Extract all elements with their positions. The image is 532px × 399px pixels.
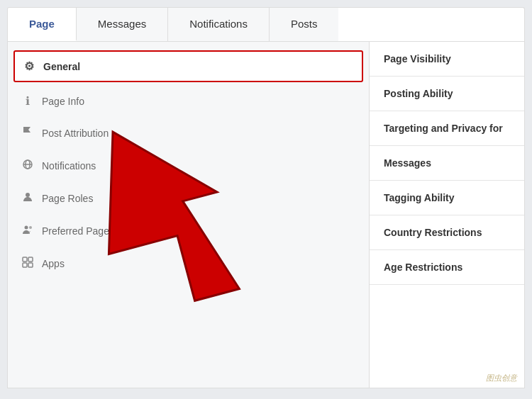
gear-icon: ⚙ <box>22 60 36 73</box>
sidebar-item-apps[interactable]: Apps <box>8 247 369 280</box>
right-panel: Page Visibility Posting Ability Targetin… <box>370 42 524 388</box>
main-content: ⚙ General ℹ Page Info Post Attribution <box>7 41 525 388</box>
svg-rect-8 <box>23 263 27 267</box>
tab-posts[interactable]: Posts <box>270 8 339 41</box>
right-item-country-restrictions[interactable]: Country Restrictions <box>370 215 524 250</box>
sidebar-item-notifications[interactable]: Notifications <box>8 150 369 182</box>
globe-icon <box>21 159 35 173</box>
right-item-age-restrictions[interactable]: Age Restrictions <box>370 250 524 285</box>
right-item-messages[interactable]: Messages <box>370 146 524 181</box>
person-icon <box>21 191 35 206</box>
sidebar-item-general[interactable]: ⚙ General <box>13 50 363 82</box>
right-item-tagging-ability[interactable]: Tagging Ability <box>370 181 524 215</box>
svg-point-3 <box>26 193 30 197</box>
svg-point-4 <box>25 226 28 230</box>
flag-icon <box>21 126 35 140</box>
svg-point-5 <box>29 226 32 229</box>
tab-notifications[interactable]: Notifications <box>168 8 270 41</box>
watermark: 图虫创意 <box>486 373 517 383</box>
tab-page[interactable]: Page <box>8 8 77 41</box>
apps-icon <box>21 257 35 271</box>
tab-messages[interactable]: Messages <box>77 8 168 41</box>
right-item-posting-ability[interactable]: Posting Ability <box>370 77 524 111</box>
sidebar-item-page-roles[interactable]: Page Roles <box>8 182 369 215</box>
svg-rect-6 <box>23 257 27 262</box>
sidebar: ⚙ General ℹ Page Info Post Attribution <box>8 42 370 388</box>
svg-rect-7 <box>28 257 33 262</box>
tab-bar: Page Messages Notifications Posts <box>7 7 525 41</box>
sidebar-item-page-info[interactable]: ℹ Page Info <box>8 85 369 117</box>
sidebar-item-preferred-page-audience[interactable]: Preferred Page Audience <box>8 215 369 247</box>
right-item-targeting-privacy[interactable]: Targeting and Privacy for <box>370 111 524 146</box>
info-icon: ℹ <box>21 94 35 108</box>
right-item-page-visibility[interactable]: Page Visibility <box>370 42 524 77</box>
people-gear-icon <box>21 224 35 238</box>
svg-rect-9 <box>28 263 33 267</box>
sidebar-item-post-attribution[interactable]: Post Attribution <box>8 117 369 150</box>
